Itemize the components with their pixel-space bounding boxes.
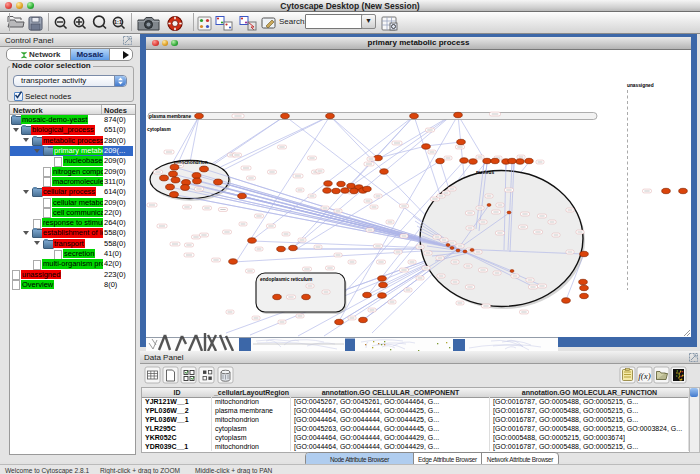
svg-text:endoplasmic reticulum: endoplasmic reticulum	[260, 277, 312, 282]
svg-text:plasma membrane: plasma membrane	[149, 114, 191, 119]
svg-text:nucleus: nucleus	[476, 170, 494, 175]
svg-text:cytoplasm: cytoplasm	[147, 127, 171, 132]
svg-text:f(x): f(x)	[638, 371, 651, 381]
svg-text:1:1: 1:1	[114, 19, 122, 25]
svg-text:unassigned: unassigned	[627, 83, 654, 88]
